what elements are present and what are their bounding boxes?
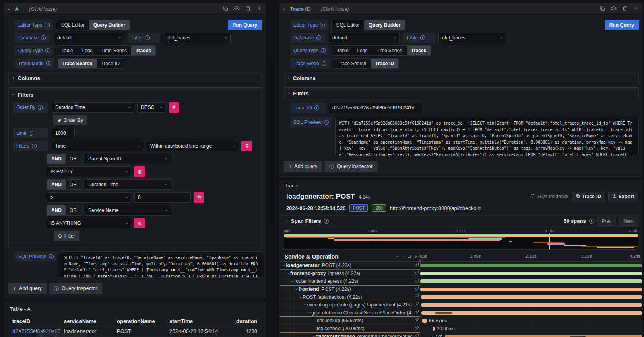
info-icon[interactable]: i xyxy=(316,35,321,40)
info-icon[interactable]: i xyxy=(45,23,50,27)
filter-time-range-select[interactable]: Within dashboard time range› xyxy=(147,141,238,151)
info-icon[interactable]: i xyxy=(320,23,325,27)
span-name-cell[interactable]: ›checkoutserviceoteldemo.CheckoutService… xyxy=(280,333,420,337)
span-timeline-cell[interactable] xyxy=(420,270,642,278)
span-name-cell[interactable]: ›POST /api/checkout (4.22s) xyxy=(280,293,420,301)
span-duration-bar[interactable] xyxy=(420,264,642,267)
span-link-icon[interactable] xyxy=(413,326,419,332)
span-timeline-cell[interactable] xyxy=(420,309,642,317)
span-name-cell[interactable]: ›grpc.oteldemo.CheckoutService/PlaceOrde… xyxy=(280,309,420,317)
info-icon[interactable]: i xyxy=(322,61,326,66)
info-icon[interactable]: i xyxy=(49,254,54,259)
or-option[interactable]: OR xyxy=(66,180,81,189)
trace-id-option[interactable]: Trace ID xyxy=(371,59,398,68)
remove-filter-trash-icon[interactable] xyxy=(242,141,252,151)
info-icon[interactable]: i xyxy=(324,120,329,125)
query-traceid-header[interactable]: › Trace ID (ClickHouse) xyxy=(280,4,642,15)
span-duration-bar[interactable] xyxy=(420,288,642,291)
span-timeline-cell[interactable] xyxy=(420,293,642,301)
query-type-traces[interactable]: Traces xyxy=(131,46,155,55)
filters-collapse[interactable]: › Filters xyxy=(284,87,639,99)
span-row[interactable]: ›frontendPOST (4.22s) xyxy=(280,286,642,294)
span-link-icon[interactable] xyxy=(413,310,419,316)
span-collapse-chevron-icon[interactable]: › xyxy=(303,304,307,306)
info-icon[interactable]: i xyxy=(321,48,326,53)
span-collapse-chevron-icon[interactable]: › xyxy=(307,312,311,313)
filter-operator-select[interactable]: IS ANYTHING› xyxy=(47,218,131,228)
columns-collapse[interactable]: › Columns xyxy=(284,72,639,84)
column-header-operationname[interactable]: operationName xyxy=(114,316,166,326)
span-row[interactable]: ›checkoutserviceoteldemo.CheckoutService… xyxy=(280,333,642,337)
span-row[interactable]: dns.lookup (65.57ms)65.57ms xyxy=(280,317,642,325)
chevron-right-icon[interactable]: › xyxy=(286,219,288,224)
query-a-header[interactable]: › A (ClickHouse) xyxy=(4,4,265,15)
span-timeline-cell[interactable]: 65.57ms xyxy=(420,317,642,325)
table-select[interactable]: otel_traces› xyxy=(438,33,506,43)
hide-query-eye-icon[interactable] xyxy=(611,6,617,12)
span-timeline-cell[interactable]: 20.09ms xyxy=(420,325,642,333)
expand-all-icon[interactable]: » xyxy=(415,254,418,259)
info-icon[interactable]: i xyxy=(314,105,319,110)
span-link-icon[interactable] xyxy=(413,302,419,308)
order-by-field-select[interactable]: Duration Time› xyxy=(52,102,134,113)
add-query-button[interactable]: +Add query xyxy=(284,161,322,172)
span-duration-bar[interactable] xyxy=(422,319,427,323)
span-link-icon[interactable] xyxy=(413,278,419,284)
drag-handle-icon[interactable] xyxy=(256,6,261,12)
span-timeline-cell[interactable]: 3.77s xyxy=(420,333,642,337)
query-type-timeseries[interactable]: Time Series xyxy=(97,46,132,55)
span-name-cell[interactable]: dns.lookup (65.57ms) xyxy=(280,317,420,325)
query-type-timeseries[interactable]: Time Series xyxy=(372,46,407,55)
span-name-cell[interactable]: ›frontendPOST (4.22s) xyxy=(280,286,420,294)
sql-editor-option[interactable]: SQL Editor xyxy=(332,20,364,30)
info-icon[interactable]: i xyxy=(29,131,33,136)
span-duration-bar[interactable] xyxy=(421,295,642,299)
query-type-logs[interactable]: Logs xyxy=(353,46,372,55)
span-timeline-cell[interactable] xyxy=(420,277,642,286)
trace-id-option[interactable]: Trace ID xyxy=(97,59,124,68)
delete-query-trash-icon[interactable] xyxy=(246,6,251,12)
trace-search-option[interactable]: Trace Search xyxy=(58,59,97,68)
remove-filter-trash-icon[interactable] xyxy=(194,192,204,203)
span-name-cell[interactable]: ›executing api route (pages) /api/checko… xyxy=(280,301,420,309)
collapse-one-icon[interactable]: › xyxy=(395,256,400,257)
add-filter-button[interactable]: ⊕Filter xyxy=(54,231,79,241)
span-row[interactable]: ›loadgeneratorPOST (4.23s) xyxy=(280,262,642,270)
column-header-starttime[interactable]: startTime xyxy=(166,316,219,326)
filter-field-select[interactable]: Duration Time› xyxy=(85,179,171,190)
columns-collapse[interactable]: › Columns xyxy=(8,72,262,84)
span-name-cell[interactable]: tcp.connect (20.09ms) xyxy=(280,325,420,333)
span-timeline-cell[interactable] xyxy=(420,301,642,309)
copy-trace-id-button[interactable]: Trace ID xyxy=(572,192,605,201)
span-link-icon[interactable] xyxy=(413,294,419,300)
span-duration-bar[interactable] xyxy=(421,303,642,307)
collapse-chevron-icon[interactable]: › xyxy=(282,8,287,10)
span-row[interactable]: tcp.connect (20.09ms)20.09ms xyxy=(280,325,642,333)
collapse-all-icon[interactable]: ⇊ xyxy=(407,254,411,259)
minimap-canvas[interactable] xyxy=(284,233,638,250)
info-icon[interactable]: i xyxy=(589,219,594,224)
span-collapse-chevron-icon[interactable]: › xyxy=(290,281,294,282)
info-icon[interactable]: i xyxy=(324,219,329,224)
filter-operator-select[interactable]: >› xyxy=(47,192,131,203)
info-icon[interactable]: i xyxy=(32,144,37,148)
filters-collapse[interactable]: › Filters xyxy=(13,89,258,100)
info-icon[interactable]: i xyxy=(38,105,43,110)
span-row[interactable]: ›frontend-proxyingress (4.22s) xyxy=(280,270,642,278)
span-duration-bar[interactable] xyxy=(433,327,435,331)
query-inspector-button[interactable]: iQuery inspector xyxy=(49,283,102,294)
filter-field-select[interactable]: Parent Span ID› xyxy=(85,154,171,164)
give-feedback-link[interactable]: Give feedback xyxy=(530,193,569,200)
database-select[interactable]: default› xyxy=(54,33,124,43)
filter-value-input[interactable]: 0 xyxy=(134,192,191,203)
or-option[interactable]: OR xyxy=(66,154,81,164)
remove-filter-trash-icon[interactable] xyxy=(134,218,145,228)
run-query-button[interactable]: Run Query xyxy=(228,20,262,30)
span-link-icon[interactable] xyxy=(413,263,419,269)
span-name-cell[interactable]: ›router frontend egress (4.22s) xyxy=(280,277,420,286)
query-type-logs[interactable]: Logs xyxy=(78,46,97,55)
info-icon[interactable]: i xyxy=(45,48,50,53)
span-duration-bar[interactable] xyxy=(421,311,642,315)
span-row[interactable]: ›POST /api/checkout (4.22s) xyxy=(280,293,642,301)
span-link-icon[interactable] xyxy=(413,286,419,292)
